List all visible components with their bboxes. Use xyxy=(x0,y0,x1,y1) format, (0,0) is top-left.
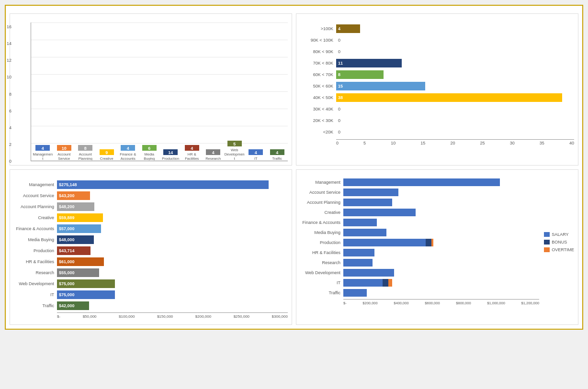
bar-value: 4 xyxy=(212,150,215,155)
legend-color xyxy=(544,247,550,252)
hbar-row: 90K < 100K0 xyxy=(300,36,574,44)
bd-row: HR & Facilities xyxy=(300,249,539,256)
hbar-track: 4 xyxy=(336,24,574,33)
bd-row: Creative xyxy=(300,209,539,216)
bd-xtick: $400,000 xyxy=(394,301,408,305)
bar-label: Production xyxy=(162,156,179,161)
avg-bar-fill: $48,200 xyxy=(57,202,94,211)
avg-row: Account Service$43,200 xyxy=(14,191,288,200)
hbar-row: 30K < 40K0 xyxy=(300,105,574,113)
bd-bar-track xyxy=(343,219,539,226)
bd-label: Account Service xyxy=(300,190,343,195)
bar-value: 6 xyxy=(148,146,150,151)
avg-label: Finance & Accounts xyxy=(14,226,57,231)
charts-grid: 02468101214164Management10Account Servic… xyxy=(10,13,578,325)
avg-label: Creative xyxy=(14,215,57,220)
bar-group: 4HR & Facilities xyxy=(181,145,203,161)
hbar-track: 8 xyxy=(336,70,574,79)
bar-group: 9Creative xyxy=(96,149,118,161)
avg-bar-track: $59,889 xyxy=(57,213,288,222)
bar-group: 4Research xyxy=(203,149,224,161)
avg-row: Traffic$42,000 xyxy=(14,301,288,310)
bd-salary-seg xyxy=(343,199,392,206)
avg-bar-track: $75,000 xyxy=(57,279,288,288)
bar-value: 8 xyxy=(84,146,87,151)
hbar-label: 80K < 90K xyxy=(300,49,336,54)
bar-group: 14Production xyxy=(160,149,181,161)
bar-group: 4IT xyxy=(245,149,267,161)
avg-salary-chart: Management$275,148Account Service$43,200… xyxy=(14,178,288,321)
vertical-bar: 9 xyxy=(100,149,114,155)
dashboard: 02468101214164Management10Account Servic… xyxy=(5,5,583,330)
hbar-track: 0 xyxy=(336,128,574,136)
avg-label: Account Service xyxy=(14,193,57,198)
bd-xtick: $1,000,000 xyxy=(487,301,505,305)
bd-bonus-seg xyxy=(383,279,388,287)
avg-label: Management xyxy=(14,182,57,187)
avg-label: Research xyxy=(14,270,57,275)
hbar-fill: 4 xyxy=(336,24,360,33)
bar-value: 10 xyxy=(62,146,67,151)
hbar-track: 0 xyxy=(336,105,574,113)
bar-label: Management xyxy=(33,152,53,161)
salary-breakdown-legend: SALARYBONUSOVERTIME xyxy=(541,178,574,305)
legend-item: SALARY xyxy=(544,232,574,237)
hbar-fill: 38 xyxy=(336,93,562,102)
bd-label: Finance & Accounts xyxy=(300,220,343,225)
bd-salary-seg xyxy=(343,209,416,216)
bd-overtime-seg xyxy=(388,279,392,287)
hbar-label: >100K xyxy=(300,26,336,31)
avg-bar-track: $61,000 xyxy=(57,257,288,266)
bd-row: Media Buying xyxy=(300,229,539,236)
bd-xtick: $- xyxy=(343,301,347,305)
avg-bar-track: $48,000 xyxy=(57,235,288,244)
avg-bar-fill: $57,000 xyxy=(57,224,101,233)
bd-bar-track xyxy=(343,289,539,297)
bd-bar-track xyxy=(343,229,539,236)
bar-value: 14 xyxy=(168,150,173,155)
bd-row: Account Planning xyxy=(300,199,539,206)
hbar-fill: 11 xyxy=(336,59,402,67)
bd-bar-track xyxy=(343,199,539,206)
bar-label: Traffic xyxy=(272,156,282,161)
bar-label: Creative xyxy=(100,156,113,161)
avg-row: Web Development$75,000 xyxy=(14,279,288,288)
hbar-track: 0 xyxy=(336,36,574,44)
avg-xtick: $200,000 xyxy=(195,314,211,319)
bd-label: Web Development xyxy=(300,270,343,275)
bd-xtick: $600,000 xyxy=(425,301,440,305)
hbar-xtick: 25 xyxy=(480,141,485,145)
hbar-track: 38 xyxy=(336,93,574,102)
bd-row: Traffic xyxy=(300,289,539,297)
avg-row: Research$55,000 xyxy=(14,268,288,277)
avg-bar-fill: $48,000 xyxy=(57,235,94,244)
bd-salary-seg xyxy=(343,289,367,297)
avg-bar-track: $275,148 xyxy=(57,180,288,189)
bar-group: 5Web Development xyxy=(224,141,246,161)
bd-bar-track xyxy=(343,259,539,267)
chart-avg-salary-panel: Management$275,148Account Service$43,200… xyxy=(10,169,292,325)
bd-label: HR & Facilities xyxy=(300,250,343,255)
vertical-bar: 4 xyxy=(206,149,220,155)
legend-label: BONUS xyxy=(552,240,567,245)
bd-xtick: $800,000 xyxy=(456,301,471,305)
vertical-bar: 4 xyxy=(185,145,199,151)
hbar-label: 40K < 50K xyxy=(300,95,336,100)
avg-row: Finance & Accounts$57,000 xyxy=(14,224,288,233)
bd-label: Research xyxy=(300,260,343,265)
bar-label: Research xyxy=(205,156,221,161)
bar-label: HR & Facilities xyxy=(182,152,203,161)
hbar-label: <20K xyxy=(300,130,336,134)
hbar-label: 70K < 80K xyxy=(300,61,336,66)
avg-row: IT$75,000 xyxy=(14,290,288,299)
chart-employees-panel: 02468101214164Management10Account Servic… xyxy=(10,13,292,166)
avg-label: HR & Facilities xyxy=(14,259,57,264)
avg-label: Production xyxy=(14,248,57,253)
bd-label: Account Planning xyxy=(300,200,343,205)
vertical-bar: 10 xyxy=(57,145,71,151)
bar-group: 8Account Planning xyxy=(75,145,96,161)
hbar-track: 11 xyxy=(336,59,574,67)
hbar-row: 80K < 90K0 xyxy=(300,47,574,56)
avg-label: IT xyxy=(14,292,57,297)
hbar-track: 15 xyxy=(336,82,574,90)
